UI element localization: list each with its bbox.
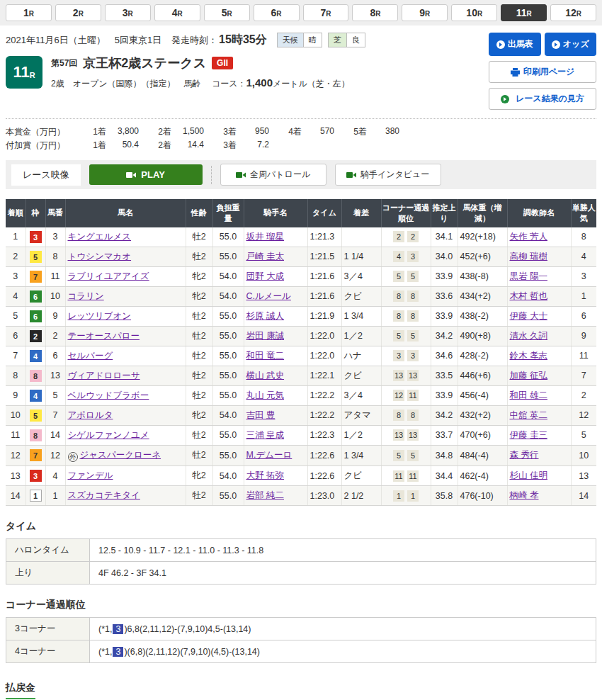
trainer-link[interactable]: 森 秀行 (510, 450, 539, 460)
prize-amount: 950 (237, 126, 269, 138)
corner-position-chip: 2 (393, 231, 404, 242)
odds-button[interactable]: オッズ (545, 33, 597, 56)
waku-cell: 4 (25, 346, 45, 366)
results-col-header: タイム (307, 199, 341, 227)
horse-name-cell: トウシンマカオ (65, 247, 186, 266)
finish-position: 10 (6, 405, 25, 425)
course-unit: メートル（芝・左） (273, 79, 350, 89)
horse-name-link[interactable]: レッツリブオン (68, 311, 132, 321)
sex-age: 牡2 (186, 425, 212, 445)
jockey-link[interactable]: 岩田 康誠 (246, 331, 284, 341)
jockey-link[interactable]: 団野 大成 (246, 271, 284, 281)
finish-position: 8 (6, 366, 25, 385)
trainer-link[interactable]: 矢作 芳人 (510, 232, 547, 242)
trainer-link[interactable]: 木村 哲也 (510, 291, 547, 301)
jockey-link[interactable]: 杉原 誠人 (246, 311, 284, 321)
trainer-link[interactable]: 高柳 瑞樹 (510, 252, 547, 261)
jockey-link[interactable]: 岩部 純二 (246, 490, 284, 500)
trainer-link[interactable]: 和田 雄二 (510, 390, 547, 400)
results-col-header: 単勝人気 (571, 199, 596, 227)
jockey-link[interactable]: M.デムーロ (246, 450, 293, 460)
corner-positions: 1211 (381, 385, 431, 405)
horse-name-link[interactable]: シゲルファンノユメ (68, 430, 149, 440)
race-tab-5R[interactable]: 5R (204, 4, 250, 21)
result-row: 133キングエルメス牡255.0坂井 瑠星1:21.32234.1492(+18… (6, 227, 596, 247)
trainer-link[interactable]: 中舘 英二 (510, 410, 547, 420)
corner-row-label: 3コーナー (6, 618, 90, 640)
race-tab-3R[interactable]: 3R (105, 4, 151, 21)
horse-name-link[interactable]: ベルウッドブラボー (68, 390, 149, 400)
margin (341, 227, 381, 247)
trainer-link[interactable]: 柄崎 孝 (510, 490, 539, 500)
sex-age: 牡2 (186, 306, 212, 326)
jockey-interview-button[interactable]: 騎手インタビュー (335, 164, 441, 186)
horse-name-link[interactable]: トウシンマカオ (68, 252, 132, 261)
jockey-link[interactable]: 大野 拓弥 (246, 470, 284, 480)
results-col-header: 負担重量 (212, 199, 244, 227)
results-guide-button[interactable]: レース結果の見方 (489, 88, 596, 110)
trainer-link[interactable]: 清水 久詞 (510, 331, 547, 341)
horse-name-link[interactable]: ジャスパークローネ (80, 450, 161, 460)
horse-name-link[interactable]: ファンデル (68, 470, 113, 480)
race-tab-4R[interactable]: 4R (154, 4, 200, 21)
waku-badge: 2 (30, 330, 42, 342)
trainer-link[interactable]: 鈴木 孝志 (510, 351, 547, 361)
race-tab-10R[interactable]: 10R (451, 4, 497, 21)
horse-name-link[interactable]: スズカコテキタイ (68, 490, 140, 500)
jockey-link[interactable]: 横山 武史 (246, 371, 284, 380)
last-3f: 33.6 (431, 286, 458, 306)
horse-name-link[interactable]: テーオースパロー (68, 331, 140, 341)
entry-table-button[interactable]: 出馬表 (489, 33, 541, 56)
race-tab-2R[interactable]: 2R (55, 4, 101, 21)
race-tab-7R[interactable]: 7R (303, 4, 349, 21)
trainer-cell: 柄崎 孝 (507, 486, 571, 506)
jockey-link[interactable]: 丸山 元気 (246, 390, 284, 400)
trainer-link[interactable]: 加藤 征弘 (510, 371, 547, 380)
trainer-link[interactable]: 杉山 佳明 (510, 470, 547, 480)
horse-number: 3 (45, 227, 65, 247)
patrol-video-button[interactable]: 全周パトロール (220, 164, 326, 186)
horse-name-link[interactable]: ラブリイユアアイズ (68, 271, 149, 281)
horse-name-link[interactable]: キングエルメス (68, 232, 132, 242)
results-header-row: 着順枠馬番馬名性齢負担重量騎手名タイム着差コーナー通過順位推定上り馬体重（増減）… (6, 199, 596, 227)
trainer-link[interactable]: 黒岩 陽一 (510, 271, 547, 281)
time-row: ハロンタイム12.5 - 10.9 - 11.7 - 12.1 - 11.0 -… (6, 539, 596, 562)
horse-name-link[interactable]: セルバーグ (68, 351, 113, 361)
start-time-value: 15時35分 (219, 33, 267, 47)
trainer-cell: 鈴木 孝志 (507, 346, 571, 366)
jockey-link[interactable]: 吉田 豊 (246, 410, 276, 420)
race-tab-1R[interactable]: 1R (6, 4, 52, 21)
race-tab-6R[interactable]: 6R (254, 4, 300, 21)
horse-name-link[interactable]: アポロルタ (68, 410, 113, 420)
jockey-link[interactable]: 坂井 瑠星 (246, 232, 284, 242)
trainer-cell: 矢作 芳人 (507, 227, 571, 247)
race-video-label: レース映像 (11, 164, 81, 186)
arrow-circle-icon (552, 40, 560, 49)
finish-time: 1:22.2 (307, 385, 341, 405)
waku-badge: 3 (30, 231, 42, 243)
jockey-link[interactable]: 戸崎 圭太 (246, 252, 284, 261)
trainer-link[interactable]: 伊藤 圭三 (510, 430, 547, 440)
time-row-value: 12.5 - 10.9 - 11.7 - 12.1 - 11.0 - 11.3 … (90, 539, 596, 562)
race-tab-9R[interactable]: 9R (402, 4, 448, 21)
race-tab-12R[interactable]: 12R (550, 4, 596, 21)
horse-name-cell: ファンデル (65, 466, 186, 486)
jockey-link[interactable]: 和田 竜二 (246, 351, 284, 361)
trainer-link[interactable]: 伊藤 大士 (510, 311, 547, 321)
play-button[interactable]: PLAY (89, 164, 203, 185)
results-col-header: コーナー通過順位 (381, 199, 431, 227)
race-tab-11R[interactable]: 11R (501, 4, 547, 21)
horse-name-cell: シゲルファンノユメ (65, 425, 186, 445)
print-page-button[interactable]: 印刷用ページ (489, 61, 596, 83)
race-tab-8R[interactable]: 8R (352, 4, 398, 21)
finish-position: 5 (6, 306, 25, 326)
horse-number: 13 (45, 366, 65, 385)
jockey-link[interactable]: 三浦 皇成 (246, 430, 284, 440)
payout-section-title: 払戻金 (6, 682, 35, 699)
result-row: 746セルバーグ牡255.0和田 竜二1:22.0ハナ3334.6428(-2)… (6, 346, 596, 366)
horse-number: 8 (45, 247, 65, 266)
horse-name-link[interactable]: コラリン (68, 291, 104, 301)
trainer-cell: 高柳 瑞樹 (507, 247, 571, 266)
jockey-link[interactable]: C.ルメール (246, 291, 291, 301)
horse-name-link[interactable]: ヴィアドロローサ (68, 371, 140, 380)
